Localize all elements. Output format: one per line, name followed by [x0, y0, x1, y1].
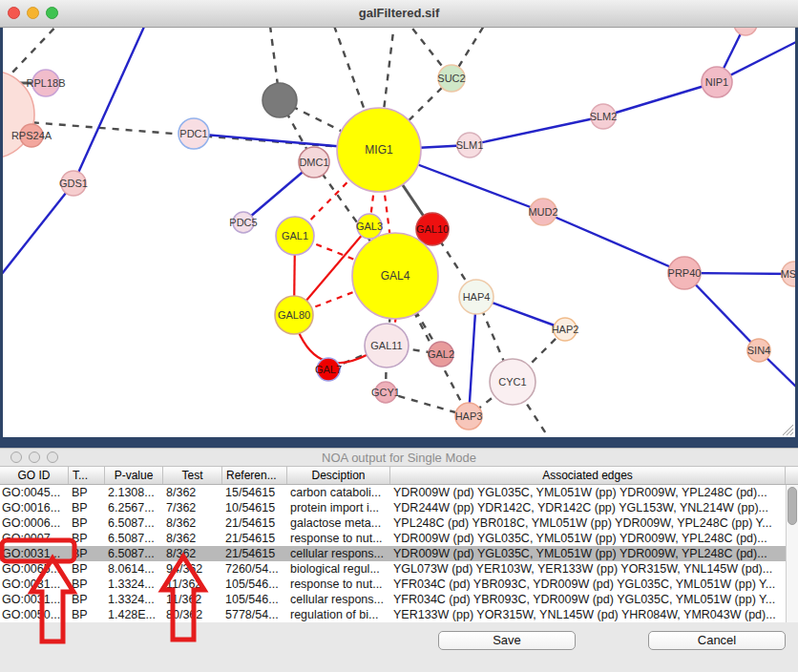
table-cell: 8/362 — [163, 515, 222, 531]
node-label-hap2: HAP2 — [552, 324, 579, 335]
table-cell: 11/362 — [163, 592, 222, 607]
table-cell: response to nut... — [287, 577, 390, 592]
network-window-titlebar: galFiltered.sif — [0, 0, 798, 28]
table-cell: YGL073W (pd) YER103W, YER133W (pp) YOR31… — [390, 561, 786, 577]
table-cell: BP — [69, 500, 105, 515]
node-label-prp40: PRP40 — [668, 267, 702, 279]
network-edge[interactable] — [298, 330, 368, 363]
table-cell: BP — [69, 577, 105, 592]
node-label-pdc5: PDC5 — [229, 217, 257, 228]
table-row[interactable]: GO:0031...BP1.3324...11/362105/546...res… — [0, 577, 786, 592]
table-cell: 7260/54... — [222, 561, 287, 577]
results-table-body: GO:0045...BP2.1308...8/36215/54615carbon… — [0, 485, 786, 622]
node-label-gal3: GAL3 — [356, 220, 383, 232]
results-table-header[interactable]: GO IDT...P-valueTestReferen...Desciption… — [0, 467, 798, 485]
node-label-gcy1: GCY1 — [371, 387, 400, 398]
table-cell: BP — [69, 515, 105, 531]
node-label-dmc1: DMC1 — [299, 157, 328, 168]
table-row[interactable]: GO:0050...BP1.428E...80/3625778/54...reg… — [0, 607, 786, 622]
table-cell: GO:0031... — [0, 577, 69, 592]
table-cell: YDR244W (pp) YDR142C, YDR142C (pp) YGL15… — [390, 500, 786, 515]
network-node[interactable] — [734, 28, 757, 35]
table-row[interactable]: GO:0006...BP6.5087...8/36221/54615galact… — [0, 515, 786, 531]
table-row[interactable]: GO:0007...BP6.5087...8/36221/54615respon… — [0, 531, 786, 546]
table-cell: BP — [69, 546, 105, 561]
table-cell: BP — [69, 607, 105, 622]
node-label-slm1: SLM1 — [456, 139, 484, 151]
noa-window-titlebar: NOA output for Single Mode — [0, 449, 798, 467]
table-row[interactable]: GO:0065...BP8.0614...94/3627260/54...bio… — [0, 561, 786, 577]
table-cell: 1.3324... — [105, 592, 163, 607]
table-cell: YFR034C (pd) YBR093C, YDR009W (pd) YGL03… — [390, 577, 786, 592]
network-canvas[interactable]: RPL18BRPS24AGDS1PDC1DMC1MIG1SUC2SLM1SLM2… — [3, 28, 795, 437]
node-label-gal7: GAL7 — [315, 364, 342, 375]
table-row[interactable]: GO:0016...BP6.2567...7/36210/54615protei… — [0, 500, 786, 515]
column-header-t-[interactable]: T... — [69, 467, 105, 484]
table-cell: GO:0006... — [0, 515, 69, 531]
table-cell: 8/362 — [163, 531, 222, 546]
table-cell: 21/54615 — [222, 531, 287, 546]
table-cell: GO:0045... — [0, 485, 69, 500]
table-cell: YFR034C (pd) YBR093C, YDR009W (pd) YGL03… — [390, 592, 786, 607]
node-label-gal4: GAL4 — [381, 269, 410, 283]
table-cell: YDR009W (pd) YGL035C, YML051W (pp) YDR00… — [390, 546, 786, 561]
table-row[interactable]: GO:0031...BP6.5087...8/36221/54615cellul… — [0, 546, 786, 561]
table-cell: 8.0614... — [105, 561, 163, 577]
network-edge[interactable] — [543, 212, 684, 273]
network-edge[interactable] — [3, 183, 74, 275]
network-graph: RPL18BRPS24AGDS1PDC1DMC1MIG1SUC2SLM1SLM2… — [3, 28, 795, 437]
scrollbar-thumb[interactable] — [788, 487, 797, 525]
table-cell: GO:0031... — [0, 546, 69, 561]
table-cell: GO:0016... — [0, 500, 69, 515]
table-cell: BP — [69, 561, 105, 577]
column-header-test[interactable]: Test — [163, 467, 222, 484]
node-label-gal2: GAL2 — [428, 348, 454, 360]
save-button[interactable]: Save — [438, 631, 576, 650]
table-cell: 21/54615 — [222, 546, 287, 561]
column-header-desciption[interactable]: Desciption — [287, 467, 390, 484]
table-cell: 21/54615 — [222, 515, 287, 531]
table-cell: GO:0007... — [0, 531, 69, 546]
node-label-rps24a: RPS24A — [11, 130, 52, 141]
node-label-hap4: HAP4 — [463, 291, 491, 303]
node-label-gal10: GAL10 — [416, 223, 449, 235]
network-edge[interactable] — [470, 116, 603, 145]
table-cell: 8/362 — [163, 485, 222, 500]
network-node[interactable] — [262, 83, 297, 117]
table-vertical-scrollbar[interactable] — [786, 485, 798, 622]
cancel-button[interactable]: Cancel — [648, 631, 786, 650]
table-cell: galactose meta... — [287, 515, 390, 531]
table-cell: YER133W (pp) YOR315W, YNL145W (pd) YHR08… — [390, 607, 786, 622]
node-label-nip1: NIP1 — [705, 76, 728, 88]
column-header-referen-[interactable]: Referen... — [222, 467, 287, 484]
node-label-slm2: SLM2 — [590, 111, 618, 122]
table-cell: GO:0050... — [0, 607, 69, 622]
table-cell: 5778/54... — [222, 607, 287, 622]
table-cell: BP — [69, 485, 105, 500]
table-cell: YDR009W (pd) YGL035C, YML051W (pp) YDR00… — [390, 531, 786, 546]
table-cell: 10/54615 — [222, 500, 287, 515]
node-label-pdc1: PDC1 — [179, 128, 207, 139]
table-cell: 105/546... — [222, 592, 287, 607]
window-resize-grip[interactable] — [779, 421, 794, 436]
node-label-gds1: GDS1 — [59, 178, 88, 189]
column-header-p-value[interactable]: P-value — [105, 467, 163, 484]
table-row[interactable]: GO:0031...BP1.3324...11/362105/546...cel… — [0, 592, 786, 607]
table-cell: 1.3324... — [105, 577, 163, 592]
column-header-go-id[interactable]: GO ID — [0, 467, 69, 484]
network-edge[interactable] — [74, 28, 153, 183]
table-cell: 6.5087... — [105, 531, 163, 546]
node-label-rpl18b: RPL18B — [27, 77, 66, 89]
table-cell: 1.428E... — [105, 607, 163, 622]
node-label-hap3: HAP3 — [455, 410, 483, 422]
network-edge[interactable] — [603, 82, 717, 116]
table-cell: BP — [69, 531, 105, 546]
table-cell: GO:0031... — [0, 592, 69, 607]
network-window-title: galFiltered.sif — [0, 6, 798, 20]
table-cell: protein import i... — [287, 500, 390, 515]
noa-output-window: NOA output for Single Mode GO IDT...P-va… — [0, 448, 798, 672]
column-header-associated-edges[interactable]: Associated edges — [390, 467, 786, 484]
table-cell: 94/362 — [163, 561, 222, 577]
node-label-mud2: MUD2 — [528, 206, 557, 218]
table-row[interactable]: GO:0045...BP2.1308...8/36215/54615carbon… — [0, 485, 786, 500]
